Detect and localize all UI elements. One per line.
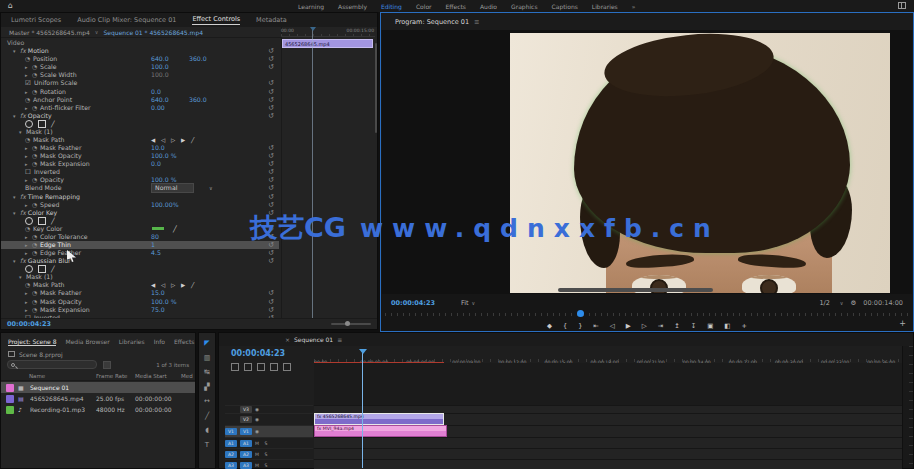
reset-icon[interactable]: ↺ [268,112,274,120]
reset-icon[interactable]: ↺ [268,298,274,306]
source-patch[interactable]: A2 [225,451,237,458]
mask-tools-icons[interactable]: ╱ [25,217,55,225]
expand-arrow-icon[interactable]: ▸ [25,176,32,184]
stopwatch-icon[interactable]: ◔ [32,249,40,257]
zoom-level-select[interactable]: Fit [461,299,469,307]
expand-arrow-icon[interactable]: ▸ [25,306,32,314]
mark-out-button[interactable]: } [578,321,582,331]
track-target-button[interactable]: V3 [240,406,252,413]
ec-row[interactable]: ◔ ╱ Mask Path ◀ ◁ ▷ ▶ ╱ [1,136,279,144]
panel-tab[interactable]: Audio Clip Mixer: Sequence 01 [77,16,176,24]
panel-tab[interactable]: Effects [174,338,194,345]
expand-arrow-icon[interactable]: ▸ [25,298,32,306]
razor-tool[interactable]: ▞ [204,383,209,392]
ec-row[interactable]: ◔ ╱ Key Color ╱ ↺ [1,225,279,233]
ec-playhead[interactable] [312,27,313,318]
scrubber-playhead[interactable] [577,310,584,317]
home-icon[interactable]: ⌂ [8,1,20,10]
property-value[interactable]: 640.0 [151,96,169,104]
export-frame-button[interactable]: ▣ [707,321,713,331]
track-header[interactable]: V2 ◉ [225,413,313,425]
rect-mask-icon[interactable] [38,120,46,128]
property-value[interactable]: 75.0 [151,306,165,314]
timeline-settings-icon[interactable] [283,363,291,371]
track-header[interactable]: V3 ◉ [225,405,313,413]
key-color-swatch[interactable] [151,226,165,231]
reset-icon[interactable]: ↺ [268,257,274,265]
stopwatch-icon[interactable]: ◔ [32,160,40,168]
panel-menu-icon[interactable]: ≡ [337,336,342,343]
stopwatch-icon[interactable]: ◔ [32,306,40,314]
program-tab[interactable]: Program: Sequence 01 [395,18,469,26]
ec-row[interactable]: ▸ ◔ ╱ Scale 100.0 ↺ [1,63,279,71]
ec-row[interactable]: ╱ [1,265,279,273]
label-color-swatch[interactable] [6,395,14,403]
column-media-start[interactable]: Media Start [135,373,167,379]
ec-row[interactable]: ▾ ╱ Mask (1) [1,128,279,136]
track-toggle-buttons[interactable]: ◉ [255,407,261,412]
property-value[interactable]: 0.0 [151,160,161,168]
mask-tools-icons[interactable]: ╱ [25,120,55,128]
expand-arrow-icon[interactable]: ▾ [13,193,20,201]
expand-arrow-icon[interactable]: ▾ [13,257,20,265]
property-value[interactable]: 0.0 [151,88,161,96]
project-item-row[interactable]: ▤ 4565268645.mp4 25.00 fps 00:00:00:00 [1,393,195,404]
ec-row[interactable]: ╱ Video [1,39,279,47]
ellipse-mask-icon[interactable] [25,265,33,273]
label-color-swatch[interactable] [6,384,14,392]
stopwatch-icon[interactable]: ◔ [32,104,40,112]
mask-path-track-buttons[interactable]: ◀ ◁ ▷ ▶ ╱ [151,136,196,144]
expand-arrow-icon[interactable]: ▾ [19,273,26,281]
workspace-item[interactable]: Effects [446,3,466,10]
eyedropper-icon[interactable]: ∨ [209,184,213,192]
sequence-tab[interactable]: Sequence 01 [294,336,333,343]
ec-row[interactable]: ▸ ◔ ╱ Speed 100.00% ↺ [1,201,279,209]
track-target-button[interactable]: V1 [240,428,252,435]
item-name[interactable]: 4565268645.mp4 [30,395,84,402]
ec-row[interactable]: ☑ ╱ Uniform Scale ↺ [1,79,279,87]
column-frame-rate[interactable]: Frame Rate [96,373,128,379]
property-value[interactable]: 100.0 % [151,152,177,160]
go-to-out-button[interactable]: ⇥ [658,321,663,331]
add-button[interactable]: + [899,319,906,328]
lift-button[interactable]: ↥ [674,321,679,331]
ec-row[interactable]: ▸ ◔ ╱ Edge Thin 1 ↺ [1,241,279,249]
ec-row[interactable]: ▸ ◔ ╱ Mask Expansion 75.0 ↺ [1,306,279,314]
insert-overwrite-icon[interactable] [231,363,239,371]
ec-clip-bar[interactable]: 4565268645.mp4 [282,39,373,48]
step-forward-button[interactable]: ▷ [642,321,647,331]
ec-row[interactable]: ◔ ╱ Position 640.0 360.0 ↺ [1,55,279,63]
column-media-end[interactable]: Med [181,373,193,379]
program-video-area[interactable] [382,30,912,294]
property-value[interactable]: 100.0 [151,71,169,79]
close-icon[interactable]: × [285,336,290,343]
track-toggle-buttons[interactable]: ◉ [255,429,261,434]
program-timecode[interactable]: 00:00:04:23 [391,299,435,307]
ec-row[interactable]: ▾ ╱ Opacity ↺ [1,112,279,120]
panel-tab[interactable]: Lumetri Scopes [11,16,61,24]
ec-mini-ruler[interactable]: 00:00 00:00:15:00 [281,27,375,37]
expand-arrow-icon[interactable]: ▸ [25,71,32,79]
panel-tab[interactable]: Metadata [256,16,287,24]
settings-wrench-icon[interactable]: ⚙ [851,299,857,307]
workspace-item[interactable]: Graphics [511,3,538,10]
track-target-button[interactable]: A1 [240,440,252,447]
expand-arrow-icon[interactable]: ▸ [25,160,32,168]
track-lanes[interactable]: fx 4565268645.mp4 fx MVI_94a.mp4 [314,363,902,468]
ec-row[interactable]: ▾ ╱ Motion ↺ [1,47,279,55]
play-button[interactable]: ▶ [626,321,631,331]
expand-arrow-icon[interactable]: ▾ [13,209,20,217]
stopwatch-icon[interactable]: ◔ [25,55,33,63]
checkbox[interactable]: ☑ [25,79,34,87]
expand-arrow-icon[interactable]: ▸ [25,63,32,71]
expand-arrow-icon[interactable]: ▸ [25,249,32,257]
expand-arrow-icon[interactable]: ▾ [13,112,20,120]
track-toggle-buttons[interactable]: M S [255,452,269,457]
item-name[interactable]: Sequence 01 [30,384,69,391]
stopwatch-icon[interactable]: ◔ [32,152,40,160]
extract-button[interactable]: ↧ [691,321,696,331]
ec-row[interactable]: ╱ [1,217,279,225]
comparison-view-button[interactable]: ◧ [724,321,730,331]
sequence-clip-label[interactable]: Sequence 01 * 4565268645.mp4 [104,29,204,36]
ec-row[interactable]: ▸ ◔ ╱ Mask Opacity 100.0 % ↺ [1,152,279,160]
